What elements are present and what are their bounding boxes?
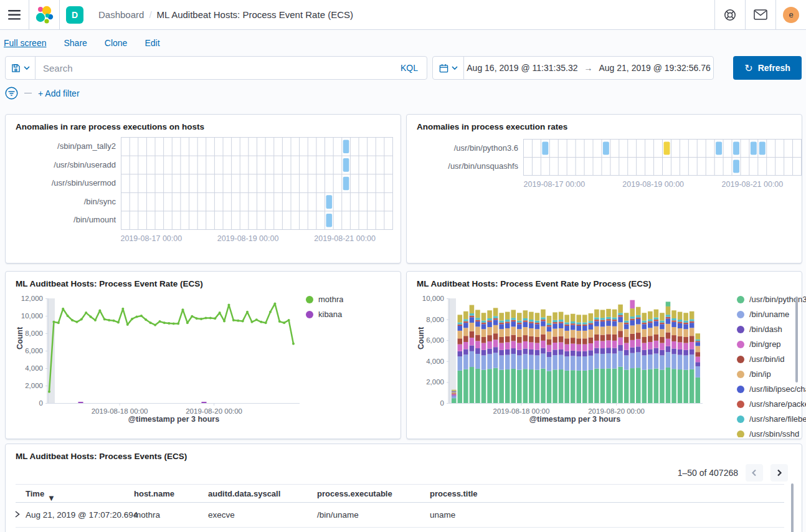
panel-title: Anomalies in rare process executions on … (16, 122, 204, 131)
page-title: ML Auditbeat Hosts: Process Event Rate (… (157, 9, 353, 20)
y-axis-tick-label: 12,000 (21, 295, 43, 302)
pagination: 1–50 of 407268 (678, 464, 788, 482)
dashboard-menu: Full screen Share Clone Edit (4, 38, 160, 48)
anomaly-cell[interactable] (542, 142, 548, 155)
table-cell: Aug 21, 2019 @ 17:07:20.694 (26, 510, 138, 520)
share-link[interactable]: Share (64, 38, 87, 48)
swimlane-row-label: /usr/sbin/usermod (9, 174, 116, 192)
legend-item[interactable]: kibana (306, 310, 343, 318)
anomaly-cell[interactable] (716, 142, 722, 155)
mail-icon[interactable] (745, 0, 775, 29)
breadcrumb: Dashboard / ML Auditbeat Hosts: Process … (90, 0, 714, 29)
edit-link[interactable]: Edit (145, 38, 159, 48)
legend-item[interactable]: /usr/lib/ipsec/cha... (737, 385, 806, 393)
swimlane-grid[interactable] (523, 139, 802, 176)
expand-row-button[interactable] (13, 510, 21, 520)
legend-dot-icon (737, 371, 744, 378)
full-screen-link[interactable]: Full screen (4, 38, 46, 48)
swimlane-grid[interactable] (121, 137, 394, 230)
anomaly-cell[interactable] (326, 195, 333, 209)
elastic-logo[interactable] (29, 0, 59, 29)
y-axis-tick-label: 6,000 (426, 336, 444, 344)
y-axis-tick-label: 4,000 (426, 358, 444, 365)
add-filter-button[interactable]: + Add filter (38, 88, 80, 98)
legend-dot-icon (306, 311, 313, 318)
user-avatar[interactable]: e (775, 0, 806, 29)
clone-link[interactable]: Clone (105, 38, 128, 48)
legend-dot-icon (737, 341, 744, 348)
column-header-process-executable[interactable]: process.executable (317, 489, 392, 498)
anomaly-cell[interactable] (343, 158, 349, 172)
anomaly-cell[interactable] (664, 142, 670, 155)
panel-anomalies-rare-processes: Anomalies in rare process executions on … (5, 114, 401, 264)
next-page-button[interactable] (770, 464, 788, 482)
legend-item[interactable]: /usr/share/packe... (737, 400, 806, 408)
anomaly-cell[interactable] (343, 140, 349, 154)
column-header-process-title[interactable]: process.title (430, 489, 478, 498)
date-end[interactable]: Aug 21, 2019 @ 19:32:56.76 (599, 63, 710, 73)
swimlane-row-label: /usr/sbin/useradd (9, 156, 116, 174)
anomaly-cell[interactable] (733, 160, 739, 173)
previous-page-button[interactable] (746, 464, 763, 482)
y-axis-tick-label: 2,000 (25, 382, 43, 389)
x-axis-tick-label: 2019-08-21 00:00 (301, 234, 389, 243)
legend-label: /usr/share/filebe... (749, 414, 806, 424)
chevron-down-icon (452, 66, 458, 70)
y-axis-tick-label: 0 (39, 399, 43, 407)
anomaly-cell[interactable] (326, 214, 333, 227)
anomaly-cell[interactable] (751, 142, 757, 155)
chevron-right-icon (775, 469, 783, 477)
x-axis-tick-label: 2019-08-18 00:00 (92, 407, 148, 415)
swimlane-row-label: /bin/umount (9, 211, 116, 229)
panel-process-events-table: ML Auditbeat Hosts: Process Events (ECS)… (5, 444, 802, 532)
panel-anomalies-execution-rates: Anomalies in process execution rates /us… (406, 114, 802, 264)
table-cell: uname (430, 510, 455, 520)
swimlane-row-label: /usr/bin/python3.6 (410, 139, 518, 157)
table-cell: mothra (134, 510, 160, 520)
legend-label: /usr/bin/id (749, 354, 784, 364)
breadcrumb-dashboard-link[interactable]: Dashboard (98, 9, 144, 20)
swimlane-row-label: /sbin/pam_tally2 (9, 137, 116, 156)
y-axis-tick-label: 8,000 (426, 316, 444, 323)
anomaly-cell[interactable] (343, 177, 349, 191)
legend-scrollbar[interactable] (795, 297, 798, 382)
x-axis-tick-label: 2019-08-20 00:00 (186, 407, 242, 415)
anomaly-cell[interactable] (759, 142, 766, 155)
legend-label: /usr/sbin/sshd (749, 429, 799, 437)
topbar-actions: e (714, 0, 806, 29)
kql-toggle[interactable]: KQL (392, 63, 427, 73)
space-switcher[interactable]: D (60, 0, 90, 29)
x-axis-tick-label: 2019-08-18 00:00 (493, 407, 550, 415)
legend-item[interactable]: mothra (306, 295, 343, 303)
calendar-icon (439, 64, 448, 73)
date-quick-menu-button[interactable] (433, 57, 464, 79)
filter-bar: + Add filter (5, 87, 80, 100)
y-axis-tick-label: 2,000 (426, 378, 444, 386)
anomaly-cell[interactable] (603, 142, 609, 155)
table-scrollbar[interactable] (791, 483, 794, 532)
filter-icon[interactable] (5, 87, 18, 100)
y-axis-tick-label: 8,000 (25, 330, 43, 337)
stacked-bar-chart[interactable]: 02,0004,0006,0008,00010,0002019-08-18 00… (407, 294, 793, 434)
help-icon[interactable] (714, 0, 745, 29)
panel-title: ML Auditbeat Hosts: Process Event Rate (… (16, 279, 203, 288)
refresh-button[interactable]: ↻ Refresh (733, 56, 802, 80)
column-header-host-name[interactable]: host.name (134, 489, 174, 498)
legend-label: /bin/uname (749, 310, 789, 319)
y-axis-tick-label: 0 (440, 399, 444, 407)
column-header-auditd-data-syscall[interactable]: auditd.data.syscall (208, 489, 280, 498)
anomaly-cell[interactable] (733, 142, 739, 155)
date-picker: Aug 16, 2019 @ 11:31:35.32 → Aug 21, 201… (432, 56, 714, 80)
legend-item[interactable]: /usr/share/filebe... (737, 415, 806, 423)
panel-title: ML Auditbeat Hosts: Process Event Rate b… (417, 279, 652, 288)
legend-item[interactable]: /usr/sbin/sshd (737, 430, 806, 437)
swimlane-row-label: /bin/sync (9, 192, 116, 211)
search-input[interactable] (36, 63, 392, 74)
menu-icon[interactable] (0, 0, 29, 29)
column-header-time[interactable]: Time▼ (26, 489, 44, 498)
search-bar: KQL (5, 56, 427, 80)
date-start[interactable]: Aug 16, 2019 @ 11:31:35.32 (467, 63, 577, 73)
legend-dot-icon (737, 356, 744, 363)
saved-query-menu-button[interactable] (6, 57, 36, 79)
x-axis-tick-label: 2019-08-19 00:00 (610, 180, 697, 189)
